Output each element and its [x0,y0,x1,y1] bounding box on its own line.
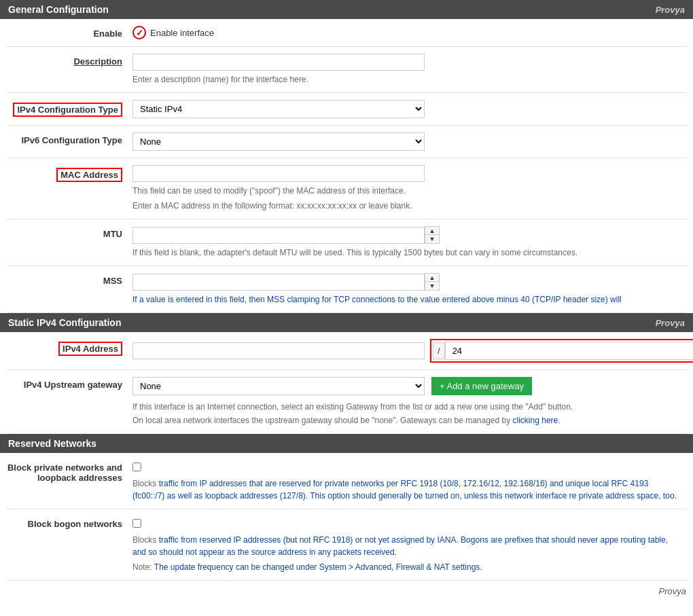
block-bogon-content: Blocks traffic from reserved IP addresse… [132,516,686,573]
enable-label: Enable [7,26,132,39]
gateway-row-content: None + Add a new gateway [132,377,679,395]
block-private-help: Blocks traffic from IP addresses that ar… [132,477,679,502]
cidr-select[interactable]: 24 8 16 25 26 27 28 29 30 31 32 [445,342,693,360]
ipv4-config-type-row: IPv4 Configuration Type Static IPv4 None… [7,93,686,126]
mac-address-help1: This field can be used to modify ("spoof… [132,185,679,197]
static-ipv4-header: Static IPv4 Configuration Provya [0,313,693,332]
reserved-networks-header: Reserved Networks [0,434,693,453]
enable-checkbox[interactable] [132,26,146,39]
static-ipv4-title: Static IPv4 Configuration [8,317,121,328]
description-row: Description LANFI Enter a description (n… [7,47,686,93]
ipv6-config-type-row: IPv6 Configuration Type None Static IPv6… [7,126,686,158]
mtu-up-arrow[interactable]: ▲ [425,227,439,235]
mac-address-content: 02:09:ac:e6:56:00 This field can be used… [132,165,686,212]
mss-input[interactable] [132,274,425,291]
block-bogon-row: Block bogon networks Blocks traffic from… [7,509,686,581]
cidr-wrapper: / 24 8 16 25 26 27 28 29 30 31 32 [430,339,693,363]
enable-checkbox-row: Enable interface [132,26,679,39]
ipv4-address-row: IPv4 Address 192.168.0.1 / 24 8 16 25 26… [7,332,686,370]
block-bogon-help2: Note: The update frequency can be change… [132,561,679,573]
general-config-section: Enable Enable interface Description LANF… [0,19,693,313]
block-bogon-label: Block bogon networks [7,516,132,529]
ipv4-address-input[interactable]: 192.168.0.1 [132,342,425,359]
clicking-here-link[interactable]: clicking here [513,416,558,425]
mss-row: MSS ▲ ▼ If a value is entered in this fi… [7,266,686,313]
upstream-gateway-label: IPv4 Upstream gateway [7,377,132,390]
mac-address-row: MAC Address 02:09:ac:e6:56:00 This field… [7,158,686,219]
block-private-row: Block private networks and loopback addr… [7,453,686,509]
ipv4-address-label: IPv4 Address [58,342,122,356]
description-help: Enter a description (name) for the inter… [132,73,679,86]
mss-spinner[interactable]: ▲ ▼ [425,273,440,291]
mss-label: MSS [7,273,132,286]
general-config-header: General Configuration Provya [0,0,693,19]
mss-help: If a value is entered in this field, the… [132,293,679,306]
bottom-brand: Provya [0,581,693,602]
mtu-label: MTU [7,226,132,239]
ipv4-address-content: 192.168.0.1 / 24 8 16 25 26 27 28 29 3 [132,339,693,363]
block-bogon-help1: Blocks traffic from reserved IP addresse… [132,534,679,558]
mtu-input-wrapper: ▲ ▼ [132,226,679,244]
upstream-gateway-help2: On local area network interfaces the ups… [132,414,679,427]
upstream-gateway-content: None + Add a new gateway If this interfa… [132,377,686,427]
ipv4-config-type-label: IPv4 Configuration Type [13,103,122,117]
ipv4-address-input-row: 192.168.0.1 / 24 8 16 25 26 27 28 29 3 [132,339,693,363]
cidr-slash: / [433,342,445,359]
upstream-gateway-select[interactable]: None [132,377,425,395]
mss-content: ▲ ▼ If a value is entered in this field,… [132,273,686,306]
enable-row: Enable Enable interface [7,19,686,47]
mtu-help: If this field is blank, the adapter's de… [132,247,679,259]
mac-label-wrapper: MAC Address [7,165,132,182]
general-config-brand: Provya [656,5,685,15]
mtu-row: MTU ▲ ▼ If this field is blank, the adap… [7,219,686,266]
static-ipv4-brand: Provya [656,318,685,328]
mtu-content: ▲ ▼ If this field is blank, the adapter'… [132,226,686,259]
page-wrapper: General Configuration Provya Enable Enab… [0,0,693,602]
mac-address-label: MAC Address [56,168,122,182]
mtu-spinner[interactable]: ▲ ▼ [425,226,440,244]
description-input[interactable]: LANFI [132,54,425,71]
mac-address-input[interactable]: 02:09:ac:e6:56:00 [132,165,425,182]
mac-address-help2: Enter a MAC address in the following for… [132,200,679,212]
block-bogon-checkbox[interactable] [132,519,141,528]
ipv4-config-type-label-wrapper: IPv4 Configuration Type [7,100,132,117]
reserved-networks-title: Reserved Networks [8,438,96,449]
description-content: LANFI Enter a description (name) for the… [132,54,686,86]
mtu-input[interactable] [132,227,425,244]
block-private-checkbox[interactable] [132,463,141,471]
general-config-title: General Configuration [8,4,109,15]
mtu-down-arrow[interactable]: ▼ [425,235,439,243]
ipv6-config-type-select[interactable]: None Static IPv6 DHCP6 SLAAC [132,132,425,151]
enable-checkbox-label: Enable interface [150,28,214,38]
block-private-label: Block private networks and loopback addr… [7,460,132,483]
mss-down-arrow[interactable]: ▼ [425,282,439,290]
ipv6-config-type-content: None Static IPv6 DHCP6 SLAAC [132,132,686,151]
upstream-gateway-help1: If this interface is an Internet connect… [132,401,679,413]
ipv6-config-type-label: IPv6 Configuration Type [7,132,132,145]
static-ipv4-section: IPv4 Address 192.168.0.1 / 24 8 16 25 26… [0,332,693,434]
enable-content: Enable interface [132,26,686,39]
description-label: Description [7,54,132,67]
mss-up-arrow[interactable]: ▲ [425,274,439,282]
ipv4-config-type-content: Static IPv4 None DHCP PPPoE [132,100,686,118]
block-private-content: Blocks traffic from IP addresses that ar… [132,460,686,502]
add-gateway-button[interactable]: + Add a new gateway [431,377,532,395]
reserved-networks-section: Block private networks and loopback addr… [0,453,693,581]
ipv4-config-type-select[interactable]: Static IPv4 None DHCP PPPoE [132,100,425,118]
ipv4-address-label-wrapper: IPv4 Address [7,339,132,356]
mss-input-wrapper: ▲ ▼ [132,273,679,291]
upstream-gateway-row: IPv4 Upstream gateway None + Add a new g… [7,370,686,434]
